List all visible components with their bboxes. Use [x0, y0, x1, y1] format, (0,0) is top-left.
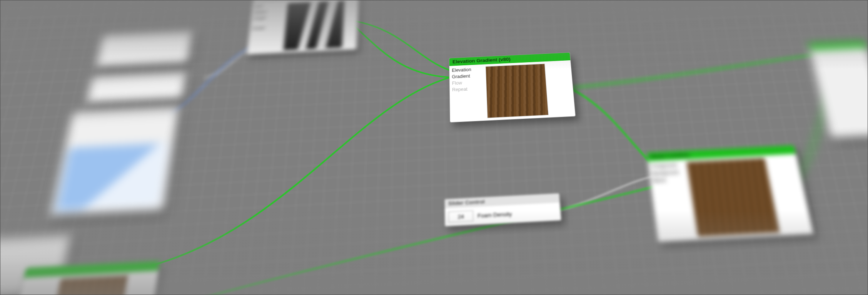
node-graph-world[interactable]: Sort Select Graph Scalar Detail Combine [0, 0, 868, 295]
node-graph-stage: Sort Select Graph Scalar Detail Combine [0, 0, 868, 295]
